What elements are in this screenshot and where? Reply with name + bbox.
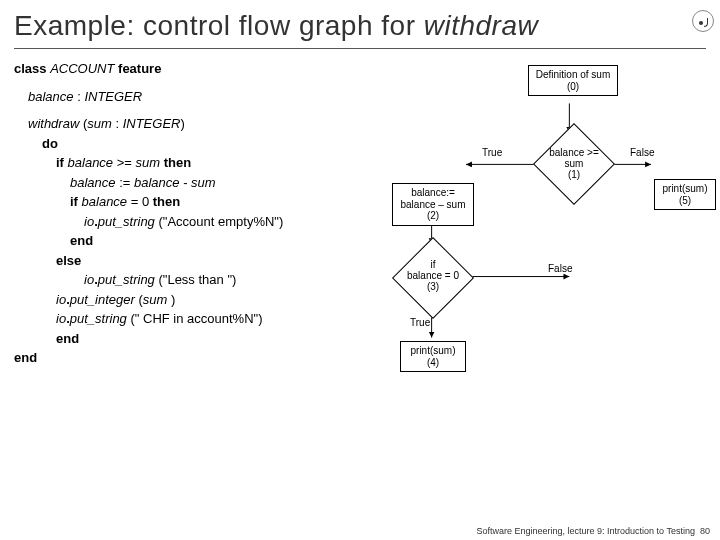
id-account: ACCOUNT bbox=[50, 61, 118, 76]
ring-icon bbox=[692, 10, 714, 32]
kw-then2: then bbox=[153, 194, 180, 209]
id-io4: io bbox=[56, 311, 66, 326]
id-io: io bbox=[84, 214, 94, 229]
op-minus: - bbox=[183, 175, 191, 190]
kw-class: class bbox=[14, 61, 50, 76]
id-io3: io bbox=[56, 292, 66, 307]
sym-rp2: ) bbox=[171, 292, 175, 307]
node-4-label: print(sum)(4) bbox=[410, 345, 455, 368]
title-italic: withdraw bbox=[424, 10, 538, 41]
footer: Software Engineering, lecture 9: Introdu… bbox=[477, 526, 711, 536]
title-prefix: Example: control flow graph for bbox=[14, 10, 424, 41]
node-2-label: balance:=balance – sum(2) bbox=[400, 187, 465, 221]
footer-page: 80 bbox=[700, 526, 710, 536]
arrows-svg bbox=[348, 59, 712, 439]
kw-end3: end bbox=[14, 350, 37, 365]
op-assign: := bbox=[119, 175, 134, 190]
footer-text: Software Engineering, lecture 9: Introdu… bbox=[477, 526, 695, 536]
op-ge: >= bbox=[117, 155, 136, 170]
id-balance: balance bbox=[28, 89, 77, 104]
kw-end2: end bbox=[14, 329, 348, 349]
id-putinteger: put_integer bbox=[70, 292, 139, 307]
type-integer2: INTEGER bbox=[123, 116, 181, 131]
id-putstring3: put_string bbox=[70, 311, 131, 326]
node-assign-balance: balance:=balance – sum(2) bbox=[392, 183, 474, 226]
id-balance2: balance bbox=[68, 155, 117, 170]
flowchart-diagram: Definition of sum(0) balance >=sum(1) Tr… bbox=[348, 59, 712, 439]
id-sum: sum bbox=[87, 116, 115, 131]
kw-if2: if bbox=[70, 194, 82, 209]
content-area: class ACCOUNT feature balance : INTEGER … bbox=[0, 59, 720, 439]
id-balance5: balance bbox=[82, 194, 131, 209]
str-acctempty: ("Account empty%N") bbox=[158, 214, 283, 229]
id-sum2: sum bbox=[136, 155, 164, 170]
edge-label-true1: True bbox=[482, 147, 502, 158]
edge-label-false1: False bbox=[630, 147, 654, 158]
kw-feature: feature bbox=[118, 61, 161, 76]
slide-title: Example: control flow graph for withdraw bbox=[0, 0, 720, 46]
node-print-4: print(sum)(4) bbox=[400, 341, 466, 372]
id-sum4: sum bbox=[143, 292, 171, 307]
node-def-sum: Definition of sum(0) bbox=[528, 65, 618, 96]
sym-rp: ) bbox=[180, 116, 184, 131]
type-integer: INTEGER bbox=[84, 89, 142, 104]
edge-label-true2: True bbox=[410, 317, 430, 328]
node-5-label: print(sum)(5) bbox=[662, 183, 707, 206]
node-1-label: balance >=sum(1) bbox=[539, 147, 609, 180]
id-putstring: put_string bbox=[98, 214, 159, 229]
edge-label-false2: False bbox=[548, 263, 572, 274]
code-block: class ACCOUNT feature balance : INTEGER … bbox=[8, 59, 348, 439]
op-eq0: = 0 bbox=[131, 194, 153, 209]
id-balance3: balance bbox=[70, 175, 119, 190]
title-divider bbox=[14, 48, 706, 49]
str-chf: (" CHF in account%N") bbox=[130, 311, 262, 326]
kw-do: do bbox=[14, 134, 348, 154]
node-print-5: print(sum)(5) bbox=[654, 179, 716, 210]
id-withdraw: withdraw bbox=[28, 116, 83, 131]
str-lessthan: ("Less than ") bbox=[158, 272, 236, 287]
kw-then: then bbox=[164, 155, 191, 170]
node-3-label: ifbalance = 0(3) bbox=[398, 259, 468, 292]
kw-if: if bbox=[56, 155, 68, 170]
id-balance4: balance bbox=[134, 175, 183, 190]
node-0-label: Definition of sum(0) bbox=[536, 69, 610, 92]
kw-end1: end bbox=[14, 231, 348, 251]
id-io2: io bbox=[84, 272, 94, 287]
sym-colon2: : bbox=[115, 116, 122, 131]
id-putstring2: put_string bbox=[98, 272, 159, 287]
kw-else: else bbox=[14, 251, 348, 271]
id-sum3: sum bbox=[191, 175, 216, 190]
